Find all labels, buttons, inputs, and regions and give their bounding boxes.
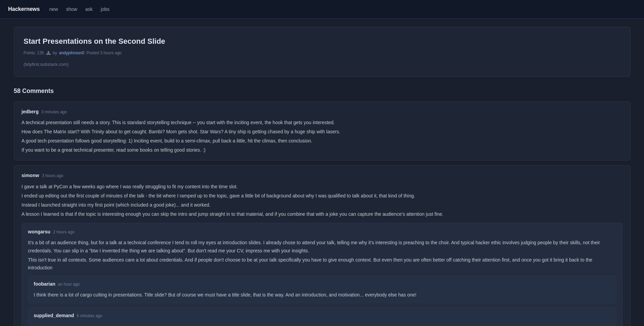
article-author[interactable]: andyjohnson0	[59, 50, 84, 56]
comment-line: It's a bit of an audience thing, but for…	[28, 239, 616, 254]
comment-author[interactable]: foobarian	[34, 281, 56, 287]
comment-author[interactable]: jedberg	[22, 109, 39, 114]
comment-body: It's a bit of an audience thing, but for…	[28, 239, 616, 271]
comment-time: 2 hours ago	[53, 230, 75, 234]
comment-line: I gave a talk at PyCon a few weeks ago w…	[22, 183, 623, 191]
article-card: Start Presentations on the Second Slide …	[14, 27, 630, 77]
comment-line: A technical presentation still needs a s…	[22, 119, 623, 127]
article-posted: Posted 3 hours ago	[86, 50, 122, 56]
comment-card: jedberg3 minutes agoA technical presenta…	[14, 101, 630, 161]
comment-body: I think there is a lot of cargo culting …	[34, 291, 610, 299]
comment-author[interactable]: wongarsu	[28, 229, 50, 234]
nested-comment: foobarianan hour agoI think there is a l…	[28, 276, 616, 303]
comment-author[interactable]: supplied_demand	[34, 313, 74, 318]
comment-time: an hour ago	[58, 282, 80, 287]
article-by: by	[53, 50, 57, 56]
comment-card: simonw3 hours agoI gave a talk at PyCon …	[14, 165, 630, 326]
article-points: Points: 135	[24, 50, 44, 56]
nav-item-show[interactable]: show	[66, 5, 77, 13]
comment-body: I gave a talk at PyCon a few weeks ago w…	[22, 183, 623, 218]
comment-line: I think there is a lot of cargo culting …	[34, 291, 610, 299]
article-title: Start Presentations on the Second Slide	[24, 35, 621, 47]
comment-body: A technical presentation still needs a s…	[22, 119, 623, 154]
nav-item-new[interactable]: new	[49, 5, 58, 13]
comments-header: 58 Comments	[14, 86, 630, 96]
brand-logo[interactable]: Hackernews	[8, 5, 40, 14]
nested-comment: supplied_demand6 minutes ago	[28, 307, 616, 326]
comment-line: A lesson I learned is that if the topic …	[22, 210, 623, 218]
comment-line: This isn't true in all contexts. Some au…	[28, 256, 616, 272]
comment-author[interactable]: simonw	[22, 173, 39, 178]
comments-container: jedberg3 minutes agoA technical presenta…	[14, 101, 630, 326]
comment-line: Instead I launched straight into my firs…	[22, 201, 623, 209]
user-icon	[46, 51, 51, 55]
nav-item-jobs[interactable]: jobs	[101, 5, 110, 13]
main-content: Start Presentations on the Second Slide …	[7, 19, 637, 326]
comment-line: I ended up editing out the first couple …	[22, 192, 623, 200]
comment-line: A good tech presentation follows good st…	[22, 137, 623, 145]
comment-time: 6 minutes ago	[77, 313, 102, 318]
nested-comment: wongarsu2 hours agoIt's a bit of an audi…	[22, 223, 623, 326]
article-domain[interactable]: (tidyfirst.substack.com)	[24, 61, 621, 68]
nav-item-ask[interactable]: ask	[85, 5, 93, 13]
article-meta: Points: 135 by andyjohnson0 Posted 3 hou…	[24, 50, 621, 56]
comment-time: 3 minutes ago	[41, 110, 67, 114]
comment-line: If you want to be a great technical pres…	[22, 146, 623, 154]
comment-time: 3 hours ago	[42, 173, 63, 178]
main-nav: newshowaskjobs	[49, 5, 109, 13]
header: Hackernews newshowaskjobs	[0, 0, 644, 19]
comment-line: How does The Matrix start? With Trinity …	[22, 128, 623, 136]
